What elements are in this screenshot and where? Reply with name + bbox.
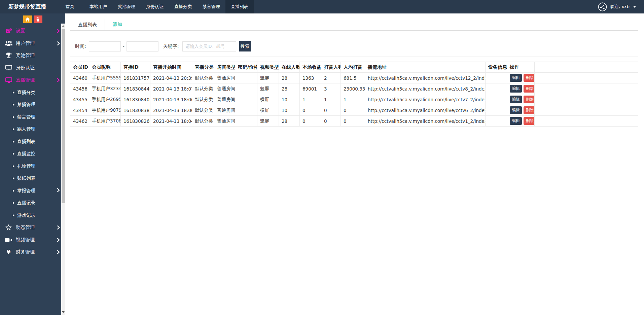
table-cell: 23000.33 [341, 83, 365, 94]
top-nav: 首页本站用户奖池管理身份认证直播分类禁言管理直播列表 [56, 0, 254, 13]
chevron-right-icon [57, 238, 60, 242]
table-cell: 2 [321, 73, 341, 83]
sidebar-subitem-live-record[interactable]: 直播记录 [0, 197, 65, 209]
table-row: 43460手机用户555516183175762021-04-13 20:39默… [70, 73, 638, 83]
table-cell: 1618317576 [121, 73, 150, 83]
column-header: 在线人数 [279, 62, 300, 73]
time-from-input[interactable] [89, 41, 121, 51]
edit-button[interactable]: 编辑 [510, 117, 522, 125]
sidebar-subitem-live-list[interactable]: 直播列表 [0, 136, 65, 148]
sidebar-subitem-sticker-list[interactable]: 贴纸列表 [0, 172, 65, 185]
top-nav-identity-verify[interactable]: 身份认证 [141, 0, 169, 13]
scroll-down-arrow[interactable] [61, 310, 65, 314]
tab-add[interactable]: 添加 [105, 19, 130, 30]
search-button[interactable]: 搜索 [239, 41, 251, 51]
share-network-icon[interactable] [598, 2, 607, 11]
tab-live-list[interactable]: 直播列表 [70, 19, 105, 30]
topbar-right: 欢迎, xxb [598, 0, 644, 13]
trash-button[interactable] [34, 15, 42, 23]
sidebar-subitem-label: 举报管理 [17, 188, 57, 194]
scroll-up-arrow[interactable] [61, 24, 65, 28]
sidebar-subitem-label: 游戏记录 [17, 212, 60, 218]
column-header: 直播开始时间 [150, 62, 192, 73]
sidebar-item-label: 视频管理 [16, 237, 57, 243]
sidebar: 设置用户管理奖池管理身份认证直播管理直播分类禁播管理禁言管理踢人管理直播列表直播… [0, 13, 65, 315]
edit-button[interactable]: 编辑 [510, 106, 522, 114]
edit-button[interactable]: 编辑 [510, 74, 522, 82]
table-cell: 1 [300, 94, 321, 105]
sidebar-item-finance-management[interactable]: ¥财务管理 [0, 246, 65, 258]
table-cell: 手机用户2695 [89, 94, 121, 105]
delete-button[interactable]: 删除 [524, 96, 535, 103]
delete-button[interactable]: 删除 [524, 85, 535, 93]
home-button[interactable] [23, 15, 32, 23]
sidebar-item-label: 财务管理 [16, 249, 57, 255]
top-nav-live-list[interactable]: 直播列表 [225, 0, 254, 13]
chevron-right-icon [57, 78, 60, 82]
sidebar-item-label: 直播管理 [16, 77, 57, 83]
live-list-table: 会员ID会员昵称直播ID直播开始时间直播分类房间类型密码/价格视频类型在线人数本… [70, 62, 638, 127]
time-to-input[interactable] [127, 41, 158, 51]
content-tabs: 直播列表 添加 [70, 19, 638, 31]
table-cell: 10 [279, 105, 300, 116]
table-cell: 默认分类 [192, 83, 214, 94]
table-cell: 竖屏 [257, 73, 279, 83]
column-header: 本场收益 [300, 62, 321, 73]
table-cell: 手机用户9079 [89, 105, 121, 116]
welcome-text[interactable]: 欢迎, xxb [610, 4, 630, 10]
table-cell: 43454 [70, 105, 89, 116]
sidebar-subitem-label: 直播列表 [17, 139, 60, 145]
sidebar-subitem-live-monitor[interactable]: 直播监控 [0, 148, 65, 160]
column-header: 直播分类 [192, 62, 214, 73]
top-nav-prize-pool[interactable]: 奖池管理 [112, 0, 141, 13]
edit-button[interactable]: 编辑 [510, 85, 522, 93]
table-cell: 竖屏 [257, 83, 279, 94]
sidebar-subitem-live-category[interactable]: 直播分类 [0, 86, 65, 99]
sidebar-item-identity-auth[interactable]: 身份认证 [0, 62, 65, 74]
top-nav-site-users[interactable]: 本站用户 [84, 0, 112, 13]
table-cell: 普通房间 [214, 116, 235, 127]
table-cell: http://cctvalih5ca.v.myalicdn.com/live/c… [365, 73, 486, 83]
sidebar-item-moments-management[interactable]: 动态管理 [0, 221, 65, 234]
scrollbar-thumb[interactable] [62, 29, 65, 203]
filter-bar: 时间: - 关键字: 搜索 [70, 36, 638, 57]
sidebar-subitem-kick-management[interactable]: 踢人管理 [0, 123, 65, 136]
delete-button[interactable]: 删除 [524, 117, 535, 125]
chevron-right-icon [57, 29, 60, 33]
sidebar-item-prize-pool-management[interactable]: 奖池管理 [0, 49, 65, 62]
top-nav-live-category[interactable]: 直播分类 [169, 0, 197, 13]
monitor-icon [4, 65, 13, 71]
caret-down-icon[interactable] [633, 6, 636, 8]
sidebar-subitem-report-management[interactable]: 举报管理 [0, 185, 65, 197]
trophy-icon [4, 53, 13, 59]
star-icon [4, 224, 13, 231]
triangle-down-icon [62, 311, 65, 313]
app-logo: 新梦蝶带货直播 [0, 0, 56, 13]
actions-cell: 编辑删除 [507, 116, 535, 127]
actions-cell: 编辑删除 [507, 105, 535, 116]
column-header: 视频类型 [257, 62, 279, 73]
delete-button[interactable]: 删除 [524, 106, 535, 114]
table-body: 43460手机用户555516183175762021-04-13 20:39默… [70, 73, 638, 127]
table-header-row: 会员ID会员昵称直播ID直播开始时间直播分类房间类型密码/价格视频类型在线人数本… [70, 62, 638, 73]
edit-button[interactable]: 编辑 [510, 96, 522, 103]
sidebar-item-user-management[interactable]: 用户管理 [0, 37, 65, 50]
table-cell: 2021-04-13 18:07 [150, 83, 192, 94]
delete-button[interactable]: 删除 [524, 74, 535, 82]
table-cell: 默认分类 [192, 116, 214, 127]
sidebar-item-settings[interactable]: 设置 [0, 25, 65, 37]
triangle-right-icon [13, 140, 14, 143]
triangle-right-icon [13, 152, 14, 155]
column-header: 人均打赏 [341, 62, 365, 73]
sidebar-item-video-management[interactable]: 视频管理 [0, 234, 65, 246]
sidebar-subitem-game-record[interactable]: 游戏记录 [0, 209, 65, 222]
top-nav-mute-management[interactable]: 禁言管理 [197, 0, 225, 13]
sidebar-subitem-gift-management[interactable]: 礼物管理 [0, 160, 65, 173]
keyword-input[interactable] [182, 41, 236, 51]
table-row: 43455手机用户269516183084092021-04-13 18:06默… [70, 94, 638, 105]
sidebar-subitem-ban-broadcast[interactable]: 禁播管理 [0, 99, 65, 111]
sidebar-item-live-management[interactable]: 直播管理 [0, 74, 65, 86]
top-nav-home[interactable]: 首页 [56, 0, 84, 13]
sidebar-subitem-mute-management[interactable]: 禁言管理 [0, 111, 65, 124]
table-cell [235, 94, 257, 105]
